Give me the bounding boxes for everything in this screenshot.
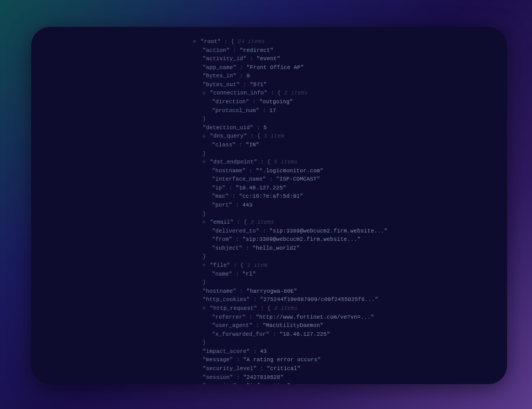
colon-punct: : [257, 365, 267, 372]
open-brace: { [257, 133, 264, 139]
collapse-toggle-icon[interactable]: ⊟ [203, 305, 208, 310]
colon-punct: : [232, 271, 243, 277]
close-brace: } [203, 339, 206, 346]
json-value: "275244f19e687909/c09f2455025f6..." [260, 296, 379, 303]
colon-punct: : [240, 81, 250, 88]
json-row: } [193, 252, 495, 261]
json-key: "delivered_to" [212, 228, 259, 234]
colon-punct: : [236, 142, 246, 148]
colon-punct: : [233, 374, 244, 380]
json-value: "MacUtilityDaemon" [263, 322, 324, 329]
json-key: "severity" [203, 383, 236, 384]
json-key: "file" [210, 262, 230, 268]
colon-punct: : [257, 159, 268, 165]
json-row: "ip" : "10.46.127.225" [193, 184, 495, 193]
json-row: ⊟"dst_endpoint" : { 5 items [193, 158, 495, 167]
colon-punct: : [259, 107, 270, 114]
json-row: ⊟"dns_query" : { 1 item [193, 132, 495, 141]
open-brace: { [244, 219, 250, 225]
json-key: "http_request" [210, 305, 257, 311]
json-row: ⊟"file" : { 1 item [193, 261, 495, 270]
json-key: "root" [201, 38, 221, 45]
close-brace: } [203, 253, 206, 260]
colon-punct: : [250, 348, 260, 355]
json-value: "Front Office AP" [247, 64, 304, 71]
close-brace: } [203, 279, 206, 285]
json-key: "hostname" [212, 168, 246, 174]
json-key: "x_forwarded_for" [212, 331, 270, 337]
json-row: "action" : "redirect" [193, 46, 495, 55]
json-row: "hostname" : "harryogwa-80E" [193, 287, 495, 296]
json-row: "activity_id" : "event" [193, 54, 495, 63]
json-row: "app_name" : "Front Office AP" [193, 63, 495, 72]
json-row: "user_agent" : "MacUtilityDaemon" [193, 321, 495, 330]
collapse-toggle-icon[interactable]: ⊟ [203, 133, 208, 139]
json-row: "from" : "sip:3389@webcucm2.firm.website… [193, 235, 495, 244]
collapse-toggle-icon[interactable]: ⊟ [203, 90, 208, 96]
item-count: 1 item [264, 133, 284, 139]
colon-punct: : [236, 383, 247, 384]
colon-punct: : [221, 38, 231, 45]
json-key: "app_name" [203, 64, 236, 71]
json-key: "impact_score" [203, 348, 250, 355]
json-value: 443 [243, 202, 253, 208]
colon-punct: : [266, 176, 276, 182]
json-key: "port" [212, 202, 232, 208]
collapse-toggle-icon[interactable]: ⊟ [203, 262, 208, 267]
json-row: "delivered_to" : "sip:3389@webcucm2.firm… [193, 227, 495, 236]
json-panel: ⊟"root" : { 24 items"action" : "redirect… [31, 27, 507, 384]
item-count: 1 item [247, 262, 268, 268]
json-tree-viewer: ⊟"root" : { 24 items"action" : "redirect… [48, 37, 495, 384]
json-key: "email" [210, 219, 234, 225]
json-key: "session" [203, 374, 233, 380]
colon-punct: : [232, 236, 243, 242]
json-key: "connection_info" [210, 90, 268, 96]
colon-punct: : [247, 133, 258, 139]
json-row: ⊟"connection_info" : { 2 items [193, 89, 495, 98]
json-key: "from" [212, 236, 232, 242]
json-value: "hello_world2" [252, 245, 300, 251]
json-row: } [193, 115, 495, 124]
item-count: 2 items [284, 90, 308, 96]
json-key: "hostname" [203, 288, 236, 294]
json-key: "action" [203, 47, 230, 53]
json-row: "bytes_in" : 0 [193, 72, 495, 80]
open-brace: { [277, 90, 284, 96]
json-value: "information" [247, 383, 291, 384]
colon-punct: : [257, 305, 268, 311]
colon-punct: : [236, 64, 247, 71]
collapse-toggle-icon[interactable]: ⊟ [203, 219, 208, 224]
json-value: "10.46.127.225" [236, 185, 287, 191]
json-key: "detection_uid" [203, 125, 254, 131]
colon-punct: : [225, 185, 236, 191]
json-key: "security_level" [203, 365, 257, 372]
json-key: "direction" [212, 99, 249, 105]
colon-punct: : [243, 245, 253, 251]
item-count: 24 items [238, 38, 265, 45]
json-row: "message" : "A rating error occurs" [193, 356, 495, 364]
json-key: "dns_query" [210, 133, 247, 139]
close-brace: } [203, 151, 206, 157]
json-key: "ip" [212, 185, 225, 191]
json-value: "event" [257, 56, 281, 62]
colon-punct: : [246, 314, 256, 320]
json-value: "571" [250, 81, 267, 88]
item-count: 3 items [274, 305, 298, 311]
json-value: "IN" [246, 142, 259, 148]
colon-punct: : [234, 219, 244, 225]
json-row: ⊟"http_request" : { 3 items [193, 304, 495, 313]
json-row: "name" : "rl" [193, 270, 495, 279]
json-row: } [193, 210, 495, 219]
collapse-toggle-icon[interactable]: ⊟ [193, 38, 198, 44]
json-row: "mac" : "cc:16:7e:af:5d:01" [193, 192, 495, 201]
json-value: 0 [247, 73, 250, 79]
json-row: } [193, 338, 495, 347]
json-row: "port" : 443 [193, 201, 495, 210]
close-brace: } [203, 211, 206, 217]
json-value: 43 [260, 348, 267, 355]
collapse-toggle-icon[interactable]: ⊟ [203, 159, 208, 164]
json-row: "direction" : "outgoing" [193, 98, 495, 106]
json-key: "mac" [212, 193, 229, 199]
json-key: "class" [212, 142, 236, 148]
close-brace: } [203, 116, 206, 122]
